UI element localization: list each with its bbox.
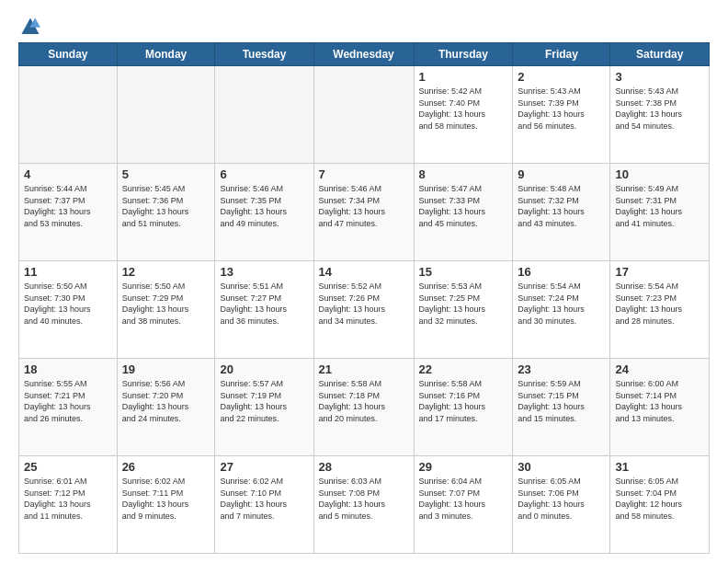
- calendar-cell: 17Sunrise: 5:54 AM Sunset: 7:23 PM Dayli…: [610, 261, 710, 359]
- calendar-cell: 4Sunrise: 5:44 AM Sunset: 7:37 PM Daylig…: [19, 164, 118, 261]
- calendar-cell: [19, 66, 118, 164]
- day-number: 28: [319, 460, 409, 474]
- day-header-row: SundayMondayTuesdayWednesdayThursdayFrid…: [19, 43, 710, 66]
- day-number: 30: [518, 460, 605, 474]
- calendar-table: SundayMondayTuesdayWednesdayThursdayFrid…: [18, 42, 710, 554]
- page: SundayMondayTuesdayWednesdayThursdayFrid…: [0, 0, 728, 563]
- day-number: 31: [615, 460, 704, 474]
- day-info: Sunrise: 5:52 AM Sunset: 7:26 PM Dayligh…: [319, 281, 409, 327]
- week-row-2: 4Sunrise: 5:44 AM Sunset: 7:37 PM Daylig…: [19, 164, 710, 261]
- week-row-4: 18Sunrise: 5:55 AM Sunset: 7:21 PM Dayli…: [19, 359, 710, 456]
- col-header-sunday: Sunday: [19, 43, 118, 66]
- col-header-thursday: Thursday: [414, 43, 513, 66]
- day-number: 19: [122, 362, 210, 376]
- day-number: 23: [518, 362, 605, 376]
- day-info: Sunrise: 5:49 AM Sunset: 7:31 PM Dayligh…: [615, 183, 704, 229]
- calendar-cell: 18Sunrise: 5:55 AM Sunset: 7:21 PM Dayli…: [19, 359, 118, 456]
- day-info: Sunrise: 5:54 AM Sunset: 7:23 PM Dayligh…: [615, 281, 704, 327]
- day-info: Sunrise: 6:03 AM Sunset: 7:08 PM Dayligh…: [319, 476, 409, 522]
- day-info: Sunrise: 5:46 AM Sunset: 7:35 PM Dayligh…: [220, 183, 308, 229]
- day-number: 29: [419, 460, 508, 474]
- calendar-cell: 10Sunrise: 5:49 AM Sunset: 7:31 PM Dayli…: [610, 164, 710, 261]
- day-info: Sunrise: 5:50 AM Sunset: 7:30 PM Dayligh…: [24, 281, 112, 327]
- calendar-cell: 30Sunrise: 6:05 AM Sunset: 7:06 PM Dayli…: [513, 456, 610, 554]
- day-number: 10: [615, 167, 704, 181]
- calendar-cell: [117, 66, 215, 164]
- calendar-cell: 19Sunrise: 5:56 AM Sunset: 7:20 PM Dayli…: [117, 359, 215, 456]
- calendar-cell: 24Sunrise: 6:00 AM Sunset: 7:14 PM Dayli…: [610, 359, 710, 456]
- calendar-cell: 15Sunrise: 5:53 AM Sunset: 7:25 PM Dayli…: [414, 261, 513, 359]
- day-number: 4: [24, 167, 112, 181]
- calendar-cell: 31Sunrise: 6:05 AM Sunset: 7:04 PM Dayli…: [610, 456, 710, 554]
- day-info: Sunrise: 5:45 AM Sunset: 7:36 PM Dayligh…: [122, 183, 210, 229]
- day-info: Sunrise: 5:50 AM Sunset: 7:29 PM Dayligh…: [122, 281, 210, 327]
- day-number: 2: [518, 70, 605, 84]
- day-number: 8: [419, 167, 508, 181]
- col-header-saturday: Saturday: [610, 43, 710, 66]
- calendar-cell: 21Sunrise: 5:58 AM Sunset: 7:18 PM Dayli…: [313, 359, 414, 456]
- day-number: 27: [220, 460, 308, 474]
- day-number: 11: [24, 265, 112, 279]
- day-info: Sunrise: 5:58 AM Sunset: 7:18 PM Dayligh…: [319, 378, 409, 424]
- calendar-cell: 1Sunrise: 5:42 AM Sunset: 7:40 PM Daylig…: [414, 66, 513, 164]
- day-info: Sunrise: 6:05 AM Sunset: 7:04 PM Dayligh…: [615, 476, 704, 522]
- calendar-cell: 26Sunrise: 6:02 AM Sunset: 7:11 PM Dayli…: [117, 456, 215, 554]
- calendar-cell: 12Sunrise: 5:50 AM Sunset: 7:29 PM Dayli…: [117, 261, 215, 359]
- day-info: Sunrise: 6:05 AM Sunset: 7:06 PM Dayligh…: [518, 476, 605, 522]
- day-info: Sunrise: 6:01 AM Sunset: 7:12 PM Dayligh…: [24, 476, 112, 522]
- day-number: 24: [615, 362, 704, 376]
- day-number: 9: [518, 167, 605, 181]
- day-number: 17: [615, 265, 704, 279]
- day-info: Sunrise: 5:56 AM Sunset: 7:20 PM Dayligh…: [122, 378, 210, 424]
- day-info: Sunrise: 5:51 AM Sunset: 7:27 PM Dayligh…: [220, 281, 308, 327]
- day-info: Sunrise: 5:46 AM Sunset: 7:34 PM Dayligh…: [319, 183, 409, 229]
- day-number: 5: [122, 167, 210, 181]
- week-row-3: 11Sunrise: 5:50 AM Sunset: 7:30 PM Dayli…: [19, 261, 710, 359]
- calendar-cell: [313, 66, 414, 164]
- day-number: 18: [24, 362, 112, 376]
- day-info: Sunrise: 5:58 AM Sunset: 7:16 PM Dayligh…: [419, 378, 508, 424]
- calendar-cell: 25Sunrise: 6:01 AM Sunset: 7:12 PM Dayli…: [19, 456, 118, 554]
- calendar-cell: 7Sunrise: 5:46 AM Sunset: 7:34 PM Daylig…: [313, 164, 414, 261]
- calendar-cell: 16Sunrise: 5:54 AM Sunset: 7:24 PM Dayli…: [513, 261, 610, 359]
- day-info: Sunrise: 5:44 AM Sunset: 7:37 PM Dayligh…: [24, 183, 112, 229]
- logo-icon: [20, 17, 40, 37]
- day-number: 3: [615, 70, 704, 84]
- calendar-cell: 22Sunrise: 5:58 AM Sunset: 7:16 PM Dayli…: [414, 359, 513, 456]
- day-number: 26: [122, 460, 210, 474]
- day-number: 1: [419, 70, 508, 84]
- calendar-cell: 5Sunrise: 5:45 AM Sunset: 7:36 PM Daylig…: [117, 164, 215, 261]
- day-number: 16: [518, 265, 605, 279]
- day-number: 6: [220, 167, 308, 181]
- calendar-cell: [215, 66, 313, 164]
- day-number: 13: [220, 265, 308, 279]
- day-info: Sunrise: 5:55 AM Sunset: 7:21 PM Dayligh…: [24, 378, 112, 424]
- week-row-1: 1Sunrise: 5:42 AM Sunset: 7:40 PM Daylig…: [19, 66, 710, 164]
- calendar-cell: 2Sunrise: 5:43 AM Sunset: 7:39 PM Daylig…: [513, 66, 610, 164]
- day-info: Sunrise: 5:53 AM Sunset: 7:25 PM Dayligh…: [419, 281, 508, 327]
- calendar-cell: 14Sunrise: 5:52 AM Sunset: 7:26 PM Dayli…: [313, 261, 414, 359]
- day-number: 25: [24, 460, 112, 474]
- day-info: Sunrise: 5:57 AM Sunset: 7:19 PM Dayligh…: [220, 378, 308, 424]
- day-number: 22: [419, 362, 508, 376]
- col-header-monday: Monday: [117, 43, 215, 66]
- day-number: 14: [319, 265, 409, 279]
- day-info: Sunrise: 5:43 AM Sunset: 7:39 PM Dayligh…: [518, 86, 605, 132]
- day-number: 15: [419, 265, 508, 279]
- day-info: Sunrise: 5:43 AM Sunset: 7:38 PM Dayligh…: [615, 86, 704, 132]
- col-header-tuesday: Tuesday: [215, 43, 313, 66]
- day-info: Sunrise: 6:00 AM Sunset: 7:14 PM Dayligh…: [615, 378, 704, 424]
- col-header-wednesday: Wednesday: [313, 43, 414, 66]
- day-number: 7: [319, 167, 409, 181]
- calendar-cell: 23Sunrise: 5:59 AM Sunset: 7:15 PM Dayli…: [513, 359, 610, 456]
- day-info: Sunrise: 5:48 AM Sunset: 7:32 PM Dayligh…: [518, 183, 605, 229]
- day-info: Sunrise: 5:54 AM Sunset: 7:24 PM Dayligh…: [518, 281, 605, 327]
- week-row-5: 25Sunrise: 6:01 AM Sunset: 7:12 PM Dayli…: [19, 456, 710, 554]
- calendar-cell: 3Sunrise: 5:43 AM Sunset: 7:38 PM Daylig…: [610, 66, 710, 164]
- day-number: 20: [220, 362, 308, 376]
- calendar-cell: 13Sunrise: 5:51 AM Sunset: 7:27 PM Dayli…: [215, 261, 313, 359]
- day-info: Sunrise: 5:47 AM Sunset: 7:33 PM Dayligh…: [419, 183, 508, 229]
- calendar-cell: 6Sunrise: 5:46 AM Sunset: 7:35 PM Daylig…: [215, 164, 313, 261]
- calendar-cell: 29Sunrise: 6:04 AM Sunset: 7:07 PM Dayli…: [414, 456, 513, 554]
- day-number: 21: [319, 362, 409, 376]
